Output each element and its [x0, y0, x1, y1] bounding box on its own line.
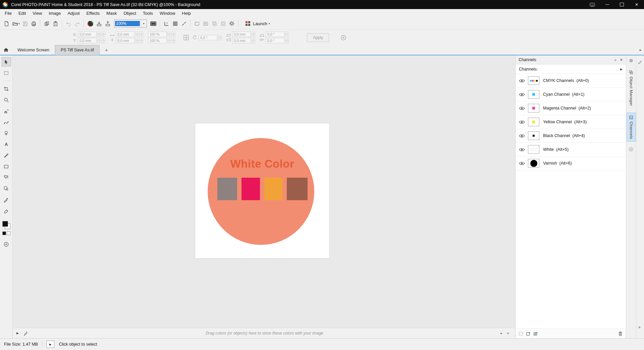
scale-h-spinner[interactable]: ▴▾ — [167, 38, 171, 43]
width-spinner[interactable]: ▴▾ — [135, 32, 139, 37]
default-colors-icon[interactable] — [2, 231, 10, 235]
anchor-point-icon[interactable] — [183, 35, 189, 40]
menu-adjust[interactable]: Adjust — [64, 9, 83, 18]
skew-v-spinner[interactable]: ▴▾ — [252, 38, 255, 43]
lens-button[interactable] — [219, 19, 227, 28]
palette-expand-icon[interactable]: » — [507, 331, 509, 336]
import-button[interactable] — [95, 19, 103, 28]
input-language-icon[interactable] — [585, 0, 600, 9]
x-nudge[interactable]: ▴▾ — [102, 32, 105, 37]
height-field[interactable]: 0,0 mm — [116, 38, 135, 43]
y-spinner[interactable]: ▴▾ — [97, 38, 101, 43]
side-tab-object-manager[interactable]: Object Manager — [627, 68, 636, 108]
add-tool-button[interactable] — [2, 240, 11, 249]
channel-row-white[interactable]: White(Alt+5) — [516, 143, 626, 157]
maximize-button[interactable] — [614, 0, 629, 9]
persp-h-spinner[interactable]: ▴▾ — [285, 32, 289, 37]
channel-row-magenta[interactable]: Magenta Channel(Alt+2) — [516, 101, 626, 115]
eyedropper-tool[interactable] — [2, 195, 11, 204]
merge-button[interactable] — [210, 19, 219, 28]
channel-row-cyan[interactable]: Cyan Channel(Alt+1) — [516, 88, 626, 101]
zoom-dropdown-caret[interactable]: ▾ — [141, 20, 147, 27]
visibility-eye-icon[interactable] — [519, 106, 525, 110]
edit-pencil-icon[interactable] — [638, 60, 642, 64]
channel-row-yellow[interactable]: Yellow Channel(Alt+3) — [516, 115, 626, 129]
close-button[interactable]: ✕ — [629, 0, 644, 9]
zoom-level-combobox[interactable]: 100% ▾ — [114, 19, 147, 28]
undo-button[interactable] — [64, 19, 73, 28]
text-tool[interactable]: A — [2, 140, 11, 148]
export-button[interactable] — [103, 19, 112, 28]
scale-h-nudge[interactable]: ▴▾ — [172, 38, 175, 43]
statusbar-play-button[interactable]: ▶ — [46, 341, 54, 348]
channel-row-varnish[interactable]: Varnish(Alt+6) — [516, 157, 626, 170]
crop-tool[interactable] — [2, 84, 11, 93]
clone-tool[interactable] — [2, 106, 11, 115]
image-sprayer-tool[interactable] — [2, 173, 11, 182]
position-y-field[interactable]: 0,0 mm — [78, 38, 97, 43]
options-gear-icon[interactable] — [227, 19, 236, 28]
visibility-eye-icon[interactable] — [519, 148, 525, 151]
palette-eyedropper-icon[interactable] — [23, 331, 28, 336]
new-channel-button[interactable] — [526, 331, 531, 336]
docker-close-icon[interactable]: ✕ — [620, 58, 623, 62]
redo-button[interactable] — [73, 19, 82, 28]
rotation-field[interactable]: 0,0 ° — [199, 35, 217, 40]
tab-welcome-screen[interactable]: Welcome Screen — [12, 45, 55, 55]
rectangle-tool[interactable] — [2, 162, 11, 171]
curve-tool[interactable] — [2, 118, 11, 126]
channel-row-cmyk[interactable]: CMYK Channels(Alt+0) — [516, 74, 626, 88]
menu-tools[interactable]: Tools — [140, 9, 156, 18]
height-nudge[interactable]: ▴▾ — [140, 38, 143, 43]
minimize-button[interactable] — [600, 0, 614, 9]
docker-collapse-icon[interactable]: » — [614, 58, 616, 62]
visibility-eye-icon[interactable] — [519, 93, 525, 96]
expand-dockers-icon[interactable]: » — [638, 325, 641, 330]
open-dropdown-caret[interactable]: ▾ — [18, 22, 20, 25]
menu-help[interactable]: Help — [178, 9, 194, 18]
width-field[interactable]: 0,0 mm — [116, 32, 135, 37]
scale-width-field[interactable]: 100 % — [148, 32, 167, 37]
canvas-area[interactable]: White Color ▶ Drag colors (or objects) h… — [13, 55, 515, 338]
menu-file[interactable]: File — [1, 9, 15, 18]
scale-height-field[interactable]: 100 % — [148, 38, 167, 43]
fullscreen-preview-button[interactable] — [149, 19, 158, 28]
new-spot-channel-button[interactable] — [533, 331, 538, 336]
channel-row-black[interactable]: Black Channel(Alt+4) — [516, 129, 626, 143]
menu-mask[interactable]: Mask — [103, 9, 120, 18]
show-rulers-button[interactable] — [162, 19, 171, 28]
content-exchange-button[interactable] — [86, 19, 95, 28]
visibility-eye-icon[interactable] — [519, 79, 525, 83]
foreground-color-swatch[interactable] — [2, 221, 8, 227]
dynamic-guides-button[interactable] — [179, 19, 188, 28]
eraser-tool[interactable] — [2, 206, 11, 215]
mask-marquee-toggle[interactable] — [193, 19, 201, 28]
add-property-icon[interactable] — [340, 35, 346, 41]
skew-h-field[interactable]: 0,0 mm — [232, 32, 251, 37]
skew-h-spinner[interactable]: ▴▾ — [252, 32, 255, 37]
paint-tool[interactable] — [2, 151, 11, 160]
apply-button[interactable]: Apply — [307, 33, 329, 42]
zoom-level-value[interactable]: 100% — [115, 21, 140, 26]
quick-customize-icon[interactable] — [629, 147, 634, 152]
docker-options-gear-icon[interactable] — [629, 58, 634, 63]
clip-mask-button[interactable] — [201, 19, 210, 28]
visibility-eye-icon[interactable] — [519, 120, 525, 124]
drop-shadow-tool[interactable] — [2, 184, 11, 193]
scale-w-nudge[interactable]: ▴▾ — [172, 32, 175, 37]
delete-channel-icon[interactable] — [618, 331, 623, 336]
save-channel-button[interactable] — [519, 331, 524, 336]
document-canvas[interactable]: White Color — [195, 123, 329, 258]
menu-effects[interactable]: Effects — [83, 9, 103, 18]
rectangle-mask-tool[interactable] — [2, 69, 11, 77]
height-spinner[interactable]: ▴▾ — [135, 38, 139, 43]
menu-object[interactable]: Object — [120, 9, 140, 18]
launch-dropdown-caret[interactable]: ▾ — [269, 22, 270, 25]
effect-tool[interactable] — [2, 129, 11, 137]
perspective-v-field[interactable]: 0,0 ° — [266, 38, 284, 43]
channels-flyout-arrow-icon[interactable]: ▶ — [620, 68, 623, 71]
paste-button[interactable] — [51, 19, 60, 28]
new-tab-button[interactable]: + — [103, 47, 110, 53]
home-icon[interactable] — [3, 47, 9, 52]
color-control[interactable] — [2, 221, 11, 229]
